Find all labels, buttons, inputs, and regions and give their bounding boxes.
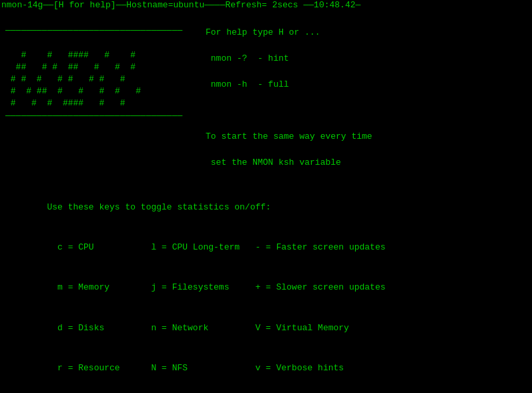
help-line3: nmon -h - full <box>206 79 289 89</box>
ascii-art: —————————————————————————————————— # # #… <box>5 13 192 134</box>
ascii-line5: # # # #### # # <box>5 98 125 108</box>
toggle-header: Use these keys to toggle statistics on/o… <box>47 202 270 212</box>
help-block: For help type H or ... nmon -? - hint nm… <box>206 13 527 182</box>
toggle-section: Use these keys to toggle statistics on/o… <box>5 187 527 394</box>
title-bar-text: nmon-14g——[H for help]——Hostname=ubuntu—… <box>1 0 360 10</box>
key-row-3: d = Disks n = Network V = Virtual Memory <box>47 323 348 333</box>
help-line5: To start the same way every time <box>206 131 372 141</box>
divider-top: —————————————————————————————————— <box>5 25 182 35</box>
ascii-line2: ## # # ## # # # <box>5 62 136 72</box>
title-bar: nmon-14g——[H for help]——Hostname=ubuntu—… <box>0 0 532 10</box>
key-row-2: m = Memory j = Filesystems + = Slower sc… <box>47 282 385 292</box>
ascii-line1: # # #### # # <box>5 50 136 60</box>
divider-bot: —————————————————————————————————— <box>5 111 182 121</box>
help-line6: set the NMON ksh variable <box>206 157 341 167</box>
ascii-line4: # # ## # # # # # <box>5 86 141 96</box>
ascii-line3: # # # # # # # # <box>5 74 125 84</box>
key-row-4: r = Resource N = NFS v = Verbose hints <box>47 363 344 373</box>
help-line2: nmon -? - hint <box>206 53 289 63</box>
help-line1: For help type H or ... <box>206 27 320 37</box>
key-row-1: c = CPU l = CPU Long-term - = Faster scr… <box>47 242 385 252</box>
